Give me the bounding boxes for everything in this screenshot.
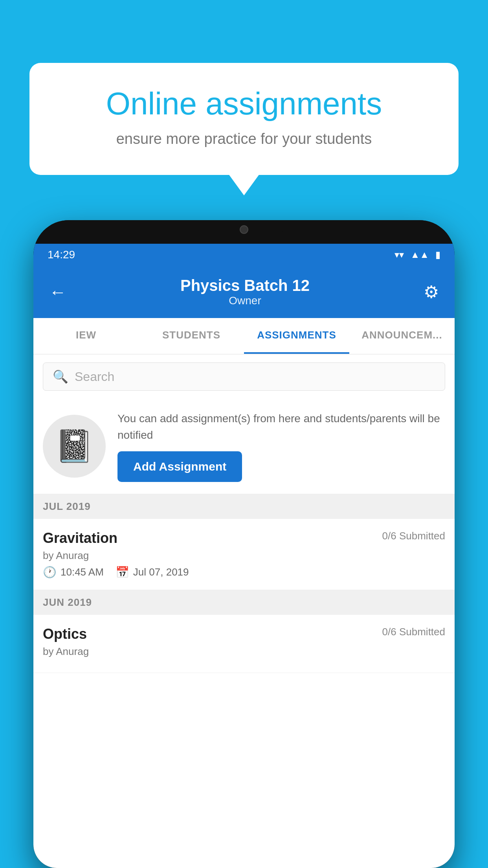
assignment-time: 10:45 AM bbox=[61, 566, 104, 578]
camera-dot bbox=[240, 225, 248, 234]
assignment-meta: 🕐 10:45 AM 📅 Jul 07, 2019 bbox=[43, 566, 445, 579]
status-time: 14:29 bbox=[48, 248, 75, 261]
app-content: ← Physics Batch 12 Owner ⚙ IEW STUDENTS … bbox=[33, 266, 455, 868]
phone-notch-area bbox=[33, 220, 455, 244]
header-title-block: Physics Batch 12 Owner bbox=[66, 277, 424, 307]
header-title: Physics Batch 12 bbox=[66, 277, 424, 294]
assignment-header: Gravitation 0/6 Submitted bbox=[43, 530, 445, 546]
section-jul-2019: JUL 2019 bbox=[33, 494, 455, 519]
assignment-title: Gravitation bbox=[43, 530, 117, 546]
assignment-item-optics[interactable]: Optics 0/6 Submitted by Anurag bbox=[33, 615, 455, 673]
bubble-subtitle: ensure more practice for your students bbox=[61, 131, 427, 147]
search-icon: 🔍 bbox=[53, 369, 68, 384]
promo-icon-circle: 📓 bbox=[43, 415, 106, 478]
add-assignment-promo: 📓 You can add assignment(s) from here an… bbox=[33, 399, 455, 494]
promo-text: You can add assignment(s) from here and … bbox=[117, 410, 445, 443]
settings-button[interactable]: ⚙ bbox=[424, 282, 439, 302]
calendar-icon: 📅 bbox=[116, 566, 129, 579]
clock-icon: 🕐 bbox=[43, 566, 57, 579]
status-bar: 14:29 ▾▾ ▲▲ ▮ bbox=[33, 244, 455, 266]
phone-frame: 14:29 ▾▾ ▲▲ ▮ ← Physics Batch 12 Owner ⚙… bbox=[33, 220, 455, 868]
wifi-icon: ▾▾ bbox=[394, 249, 404, 260]
section-jun-2019: JUN 2019 bbox=[33, 590, 455, 615]
search-container: 🔍 Search bbox=[33, 355, 455, 399]
meta-time: 🕐 10:45 AM bbox=[43, 566, 104, 579]
assignment-header-optics: Optics 0/6 Submitted bbox=[43, 626, 445, 642]
signal-icon: ▲▲ bbox=[410, 249, 429, 260]
assignment-submitted: 0/6 Submitted bbox=[382, 530, 445, 542]
assignment-date: Jul 07, 2019 bbox=[133, 566, 189, 578]
tab-announcements[interactable]: ANNOUNCEM... bbox=[349, 318, 455, 354]
assignment-author-optics: by Anurag bbox=[43, 645, 445, 658]
tab-students[interactable]: STUDENTS bbox=[139, 318, 244, 354]
tabs-bar: IEW STUDENTS ASSIGNMENTS ANNOUNCEM... bbox=[33, 318, 455, 355]
assignment-submitted-optics: 0/6 Submitted bbox=[382, 626, 445, 638]
promo-content: You can add assignment(s) from here and … bbox=[117, 410, 445, 482]
search-input[interactable]: Search bbox=[75, 370, 114, 384]
assignment-item-gravitation[interactable]: Gravitation 0/6 Submitted by Anurag 🕐 10… bbox=[33, 519, 455, 590]
speech-bubble: Online assignments ensure more practice … bbox=[29, 63, 459, 175]
meta-date: 📅 Jul 07, 2019 bbox=[116, 566, 189, 579]
battery-icon: ▮ bbox=[435, 249, 440, 260]
assignment-title-optics: Optics bbox=[43, 626, 87, 642]
tab-assignments[interactable]: ASSIGNMENTS bbox=[244, 318, 349, 354]
status-icons: ▾▾ ▲▲ ▮ bbox=[394, 249, 440, 260]
notebook-icon: 📓 bbox=[55, 428, 94, 465]
bubble-title: Online assignments bbox=[61, 86, 427, 121]
back-button[interactable]: ← bbox=[49, 282, 66, 302]
header-subtitle: Owner bbox=[66, 294, 424, 307]
assignment-author: by Anurag bbox=[43, 550, 445, 562]
tab-overview[interactable]: IEW bbox=[33, 318, 139, 354]
speech-bubble-container: Online assignments ensure more practice … bbox=[29, 63, 459, 175]
app-header: ← Physics Batch 12 Owner ⚙ bbox=[33, 266, 455, 318]
phone-notch bbox=[205, 220, 283, 239]
add-assignment-button[interactable]: Add Assignment bbox=[117, 451, 242, 482]
search-box[interactable]: 🔍 Search bbox=[43, 362, 445, 391]
